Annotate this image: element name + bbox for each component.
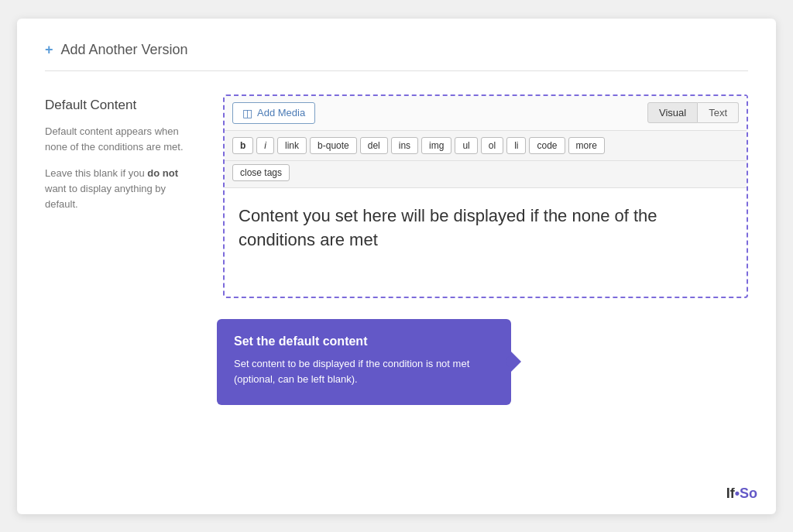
toolbar-ol[interactable]: ol xyxy=(481,137,503,154)
tooltip-popup: Set the default content Set content to b… xyxy=(217,319,511,404)
section-desc-1: Default content appears when none of the… xyxy=(45,124,200,155)
add-version-label: Add Another Version xyxy=(61,42,188,58)
toolbar-row1: b i link b-quote del ins img ul ol li co… xyxy=(225,131,747,161)
brand-logo: If•So xyxy=(726,486,757,502)
toolbar-li[interactable]: li xyxy=(506,137,526,154)
view-toggle: Visual Text xyxy=(647,102,739,123)
editor-body[interactable]: Content you set here will be displayed i… xyxy=(225,188,747,297)
toolbar-bold[interactable]: b xyxy=(232,137,253,154)
connector-dot xyxy=(506,356,517,367)
toolbar-row2: close tags xyxy=(225,161,747,188)
toolbar-italic[interactable]: i xyxy=(256,137,274,154)
left-panel: Default Content Default content appears … xyxy=(45,94,200,298)
tooltip-title: Set the default content xyxy=(234,335,494,348)
toolbar-code[interactable]: code xyxy=(529,137,565,154)
toolbar-ul[interactable]: ul xyxy=(455,137,477,154)
add-media-button[interactable]: ◫ Add Media xyxy=(232,102,315,124)
toolbar-close-tags[interactable]: close tags xyxy=(232,164,290,181)
toolbar-link[interactable]: link xyxy=(277,137,307,154)
toolbar-bquote[interactable]: b-quote xyxy=(310,137,357,154)
add-media-label: Add Media xyxy=(257,107,305,118)
toolbar-more[interactable]: more xyxy=(568,137,605,154)
add-version-row[interactable]: + Add Another Version xyxy=(45,42,748,71)
main-container: + Add Another Version Default Content De… xyxy=(17,19,776,514)
toolbar-img[interactable]: img xyxy=(421,137,451,154)
text-tab[interactable]: Text xyxy=(698,102,739,123)
brand-if: If xyxy=(726,486,735,501)
tooltip-body: Set content to be displayed if the condi… xyxy=(234,356,494,387)
brand-so: So xyxy=(740,486,757,501)
visual-tab[interactable]: Visual xyxy=(647,102,698,123)
plus-icon: + xyxy=(45,43,53,57)
section-title: Default Content xyxy=(45,98,200,113)
section-desc-2: Leave this blank if you do not want to d… xyxy=(45,166,200,212)
editor-wrapper: ◫ Add Media Visual Text b i link b-quote… xyxy=(223,94,748,298)
toolbar-ins[interactable]: ins xyxy=(391,137,418,154)
toolbar-del[interactable]: del xyxy=(360,137,388,154)
main-content-area: Default Content Default content appears … xyxy=(45,94,748,298)
media-icon: ◫ xyxy=(242,107,252,119)
editor-top-bar: ◫ Add Media Visual Text xyxy=(225,96,747,131)
